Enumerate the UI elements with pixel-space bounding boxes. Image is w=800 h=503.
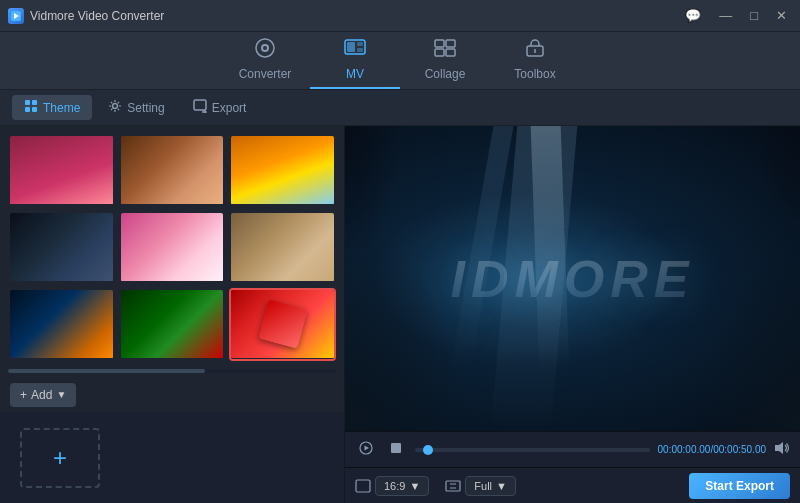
svg-rect-18 [32,107,37,112]
quality-icon [445,479,461,493]
svg-rect-12 [446,49,455,56]
clip-area: + [0,413,344,503]
tab-export[interactable]: Export [181,95,259,120]
converter-label: Converter [239,67,292,81]
stop-button[interactable] [385,439,407,460]
progress-track[interactable] [415,448,650,452]
theme-thumb-christmas [121,290,224,358]
mv-icon [344,38,366,63]
app-title: Vidmore Video Converter [30,9,680,23]
svg-rect-15 [25,100,30,105]
quality-select[interactable]: Full ▼ [465,476,516,496]
theme-item-romantic[interactable]: Romantic [8,134,115,207]
svg-point-4 [263,46,267,50]
theme-tab-icon [24,99,38,116]
collage-label: Collage [425,67,466,81]
svg-rect-16 [32,100,37,105]
theme-item-sport[interactable]: Sport [8,288,115,361]
app-icon [8,8,24,24]
nav-item-mv[interactable]: MV [310,32,400,89]
aspect-ratio-icon [355,479,371,493]
svg-point-19 [113,104,118,109]
add-label: Add [31,388,52,402]
collage-icon [434,38,456,63]
theme-thumb-wedding [121,213,224,281]
svg-rect-26 [446,481,460,491]
time-display: 00:00:00.00/00:00:50.00 [658,444,766,455]
theme-thumb-romantic [10,136,113,204]
theme-label-sport: Sport [10,358,113,361]
svg-rect-17 [25,107,30,112]
mv-label: MV [346,67,364,81]
svg-rect-11 [435,49,444,56]
svg-rect-7 [357,42,363,46]
quality-value: Full [474,480,492,492]
theme-grid: Romantic Fashion Travel Business [0,126,344,369]
top-navigation: Converter MV Collage [0,32,800,90]
main-content: Romantic Fashion Travel Business [0,126,800,503]
message-button[interactable]: 💬 [680,6,706,25]
add-dropdown-icon: ▼ [56,389,66,400]
right-panel: IDMORE 00:00:00.00/00:00:50.00 [345,126,800,503]
theme-label-old-times: Old Times [231,281,334,284]
playback-controls: 00:00:00.00/00:00:50.00 [345,431,800,467]
current-time: 00:00:00.00 [658,444,711,455]
preview-area: IDMORE [345,126,800,431]
theme-thumb-business [10,213,113,281]
theme-tab-label: Theme [43,101,80,115]
nav-item-toolbox[interactable]: Toolbox [490,32,580,89]
minimize-button[interactable]: — [714,6,737,25]
theme-item-business[interactable]: Business [8,211,115,284]
close-button[interactable]: ✕ [771,6,792,25]
watermark-text: IDMORE [451,250,695,308]
svg-rect-23 [391,443,401,453]
export-bar: 16:9 ▼ Full ▼ Start Export [345,467,800,503]
theme-thumb-sport [10,290,113,358]
nav-item-collage[interactable]: Collage [400,32,490,89]
preview-watermark: IDMORE [451,249,695,309]
setting-tab-icon [108,99,122,116]
add-button[interactable]: + Add ▼ [10,383,76,407]
plus-icon: + [53,444,67,472]
tab-setting[interactable]: Setting [96,95,176,120]
svg-rect-9 [435,40,444,47]
play-button[interactable] [355,439,377,460]
theme-item-christmas[interactable]: Christmas [119,288,226,361]
aspect-ratio-select[interactable]: 16:9 ▼ [375,476,429,496]
ratio-dropdown-icon: ▼ [409,480,420,492]
theme-label-wedding: Wedding [121,281,224,284]
start-export-button[interactable]: Start Export [689,473,790,499]
converter-icon [254,38,276,63]
theme-item-fashion[interactable]: Fashion [119,134,226,207]
add-bar: + Add ▼ [0,377,344,413]
sub-tabs: Theme Setting Export [0,90,800,126]
start-export-label: Start Export [705,479,774,493]
tab-theme[interactable]: Theme [12,95,92,120]
theme-label-business: Business [10,281,113,284]
total-time: 00:00:50.00 [713,444,766,455]
title-bar: Vidmore Video Converter 💬 — □ ✕ [0,0,800,32]
svg-marker-24 [775,442,783,454]
theme-item-old-times[interactable]: Old Times [229,211,336,284]
maximize-button[interactable]: □ [745,6,763,25]
volume-button[interactable] [774,441,790,458]
theme-item-holiday[interactable]: Holiday [229,288,336,361]
left-panel: Romantic Fashion Travel Business [0,126,345,503]
theme-label-travel: Travel [231,204,334,207]
theme-label-holiday: Holiday [231,358,334,361]
svg-rect-25 [356,480,370,492]
theme-label-fashion: Fashion [121,204,224,207]
theme-label-romantic: Romantic [10,204,113,207]
theme-item-wedding[interactable]: Wedding [119,211,226,284]
window-controls: 💬 — □ ✕ [680,6,792,25]
export-tab-label: Export [212,101,247,115]
svg-rect-8 [357,48,363,52]
setting-tab-label: Setting [127,101,164,115]
quality-dropdown-icon: ▼ [496,480,507,492]
export-tab-icon [193,99,207,116]
theme-thumb-fashion [121,136,224,204]
nav-item-converter[interactable]: Converter [220,32,310,89]
add-clip-placeholder[interactable]: + [20,428,100,488]
theme-item-travel[interactable]: Travel [229,134,336,207]
add-icon: + [20,388,27,402]
